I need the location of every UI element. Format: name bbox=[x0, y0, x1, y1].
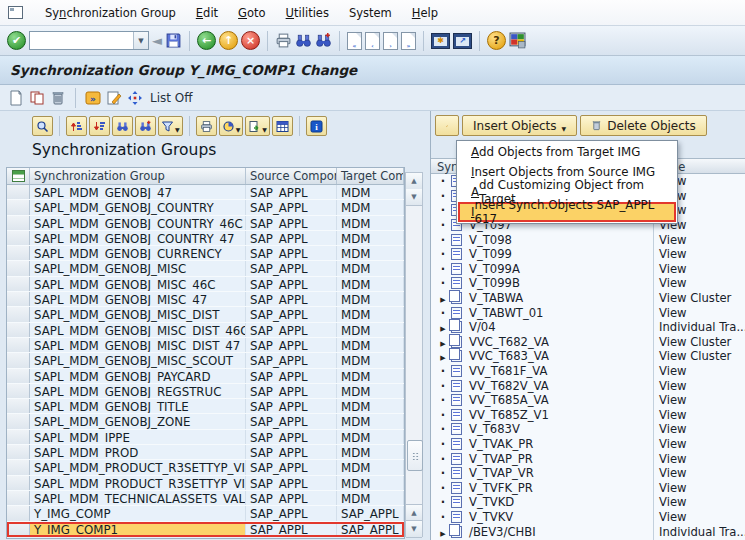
choose-layout-icon[interactable] bbox=[272, 116, 293, 136]
menu-option[interactable]: Insert Synch.Objects SAP_APPL 617 bbox=[458, 202, 676, 222]
row-selector[interactable] bbox=[7, 216, 30, 230]
expand-toggle-icon[interactable] bbox=[438, 233, 448, 247]
table-row[interactable]: SAPL_MDM_PRODUCT_R3SETTYP_VIEWCL SAP_APP… bbox=[7, 460, 404, 475]
object-name[interactable]: V_TABWA bbox=[469, 291, 523, 305]
expand-toggle-icon[interactable] bbox=[438, 247, 448, 261]
tree-item[interactable]: V_TVKD View bbox=[431, 495, 745, 510]
info-icon[interactable]: i bbox=[306, 116, 327, 136]
menu-option[interactable]: Add Objects from Target IMG bbox=[458, 142, 676, 162]
expand-toggle-icon[interactable] bbox=[438, 452, 448, 466]
expand-toggle-icon[interactable] bbox=[438, 495, 448, 509]
tree-item[interactable]: VVC_T683_VA View Cluster bbox=[431, 349, 745, 364]
object-name[interactable]: /BEV3/CHBI bbox=[469, 525, 536, 539]
row-selector[interactable] bbox=[7, 307, 30, 321]
object-name[interactable]: V_T099B bbox=[469, 276, 520, 290]
next-page-icon[interactable]: › bbox=[383, 32, 398, 50]
row-selector[interactable] bbox=[7, 369, 30, 383]
command-dropdown-icon[interactable]: ▼ bbox=[133, 32, 148, 49]
cell-group[interactable]: SAPL_MDM_GENOBJ_ZONE bbox=[30, 414, 246, 428]
display-change-toggle-button[interactable] bbox=[435, 115, 459, 136]
tree-item[interactable]: V/04 Individual Tra... bbox=[431, 320, 745, 335]
row-selector[interactable] bbox=[7, 200, 30, 214]
menu-item[interactable]: Help bbox=[402, 2, 448, 24]
object-name[interactable]: V_T099 bbox=[469, 247, 512, 261]
expand-toggle-icon[interactable] bbox=[438, 349, 448, 363]
expand-toggle-icon[interactable] bbox=[438, 218, 448, 232]
list-off-button[interactable]: List Off bbox=[150, 91, 193, 105]
object-name[interactable]: VVC_T682_VA bbox=[469, 335, 549, 349]
scroll-page-down-icon[interactable]: ▼ bbox=[406, 520, 422, 538]
tree-item[interactable]: /BEV3/CHBI Individual Tra... bbox=[431, 524, 745, 539]
first-page-icon[interactable]: « bbox=[347, 32, 362, 50]
table-row[interactable]: SAPL_MDM_GENOBJ_ZONE SAP_APPL MDM bbox=[7, 414, 404, 429]
table-row[interactable]: SAPL_MDM_PRODUCT_R3SETTYP_VIEWS SAP_APPL… bbox=[7, 476, 404, 491]
row-selector[interactable] bbox=[7, 460, 30, 474]
table-row[interactable]: SAPL_MDM_GENOBJ_TITLE SAP_APPL MDM bbox=[7, 399, 404, 414]
refresh-objects-icon[interactable]: » bbox=[85, 90, 101, 106]
delete-objects-button[interactable]: Delete Objects bbox=[580, 115, 707, 136]
tree-item[interactable]: V_TVKV View bbox=[431, 510, 745, 525]
select-all-cell[interactable] bbox=[7, 168, 30, 184]
tree-item[interactable]: V_TVFK_PR View bbox=[431, 480, 745, 495]
object-name[interactable]: VV_T681F_VA bbox=[469, 364, 547, 378]
tree-item[interactable]: VV_T681F_VA View bbox=[431, 364, 745, 379]
enter-icon[interactable]: ✔ bbox=[7, 31, 26, 50]
cell-group[interactable]: SAPL_MDM_GENOBJ_47 bbox=[30, 185, 246, 199]
cell-group[interactable]: SAPL_MDM_PRODUCT_R3SETTYP_VIEWCL bbox=[30, 460, 246, 474]
row-selector[interactable] bbox=[7, 246, 30, 260]
tree-item[interactable]: V_T099 View bbox=[431, 247, 745, 262]
object-name[interactable]: V_TVAK_PR bbox=[469, 437, 533, 451]
column-header-source[interactable]: Source Component bbox=[246, 168, 337, 184]
column-header-group[interactable]: Synchronization Group bbox=[30, 168, 246, 184]
sort-ascending-icon[interactable] bbox=[66, 116, 87, 136]
print-icon[interactable] bbox=[275, 32, 292, 49]
tree-item[interactable]: V_TVAK_PR View bbox=[431, 437, 745, 452]
filter-icon[interactable]: ▼ bbox=[158, 116, 183, 136]
expand-toggle-icon[interactable] bbox=[438, 262, 448, 276]
copy-icon[interactable] bbox=[29, 90, 45, 106]
scrollbar-thumb[interactable] bbox=[407, 440, 423, 471]
vertical-scrollbar[interactable]: ▲ ▼ ▲ ▼ bbox=[405, 172, 423, 537]
table-row[interactable]: SAPL_MDM_PROD SAP_APPL MDM bbox=[7, 445, 404, 460]
expand-toggle-icon[interactable] bbox=[438, 306, 448, 320]
object-name[interactable]: V_T099A bbox=[469, 262, 520, 276]
insert-objects-button[interactable]: Insert Objects ▼ bbox=[462, 115, 577, 136]
expand-icon[interactable] bbox=[127, 90, 143, 106]
cell-group[interactable]: SAPL_MDM_PRODUCT_R3SETTYP_VIEWS bbox=[30, 476, 246, 490]
tree-item[interactable]: VV_T685A_VA View bbox=[431, 393, 745, 408]
cell-group[interactable]: SAPL_MDM_GENOBJ_COUNTRY_47 bbox=[30, 231, 246, 245]
layout-icon[interactable] bbox=[509, 32, 526, 49]
table-row[interactable]: SAPL_MDM_GENOBJ_MISC_DIST SAP_APPL MDM bbox=[7, 307, 404, 322]
menu-item[interactable]: Utilities bbox=[276, 2, 339, 24]
cell-group[interactable]: SAPL_MDM_GENOBJ_MISC bbox=[30, 261, 246, 275]
cell-group[interactable]: SAPL_MDM_GENOBJ_MISC_DIST bbox=[30, 307, 246, 321]
views-icon[interactable]: ▼ bbox=[219, 116, 244, 136]
expand-toggle-icon[interactable] bbox=[438, 422, 448, 436]
tree-item[interactable]: V_T098 View bbox=[431, 232, 745, 247]
find-next-icon[interactable] bbox=[135, 116, 156, 136]
expand-toggle-icon[interactable] bbox=[438, 525, 448, 539]
scroll-up-icon[interactable]: ▲ bbox=[406, 173, 422, 190]
sort-descending-icon[interactable] bbox=[89, 116, 110, 136]
cell-group[interactable]: Y_IMG_COMP1 bbox=[30, 522, 246, 536]
expand-toggle-icon[interactable] bbox=[438, 408, 448, 422]
expand-toggle-icon[interactable] bbox=[438, 466, 448, 480]
row-selector[interactable] bbox=[7, 491, 30, 505]
cell-group[interactable]: SAPL_MDM_GENOBJ_COUNTRY bbox=[30, 200, 246, 214]
column-header-target[interactable]: Target Compo bbox=[337, 168, 404, 184]
object-name[interactable]: V_T098 bbox=[469, 233, 512, 247]
find-icon[interactable] bbox=[295, 32, 312, 49]
print-icon[interactable] bbox=[196, 116, 217, 136]
object-name[interactable]: VVC_T683_VA bbox=[469, 349, 549, 363]
row-selector[interactable] bbox=[7, 522, 30, 536]
tree-item[interactable]: V_T683V View bbox=[431, 422, 745, 437]
tree-item[interactable]: V_TVAP_PR View bbox=[431, 451, 745, 466]
menu-item[interactable]: Synchronization Group bbox=[35, 2, 186, 24]
find-icon[interactable] bbox=[112, 116, 133, 136]
object-name[interactable]: V/04 bbox=[469, 320, 496, 334]
expand-toggle-icon[interactable] bbox=[438, 189, 448, 203]
expand-toggle-icon[interactable] bbox=[438, 320, 448, 334]
table-row[interactable]: SAPL_MDM_GENOBJ_MISC SAP_APPL MDM bbox=[7, 261, 404, 276]
row-selector[interactable] bbox=[7, 353, 30, 367]
cell-group[interactable]: SAPL_MDM_PROD bbox=[30, 445, 246, 459]
